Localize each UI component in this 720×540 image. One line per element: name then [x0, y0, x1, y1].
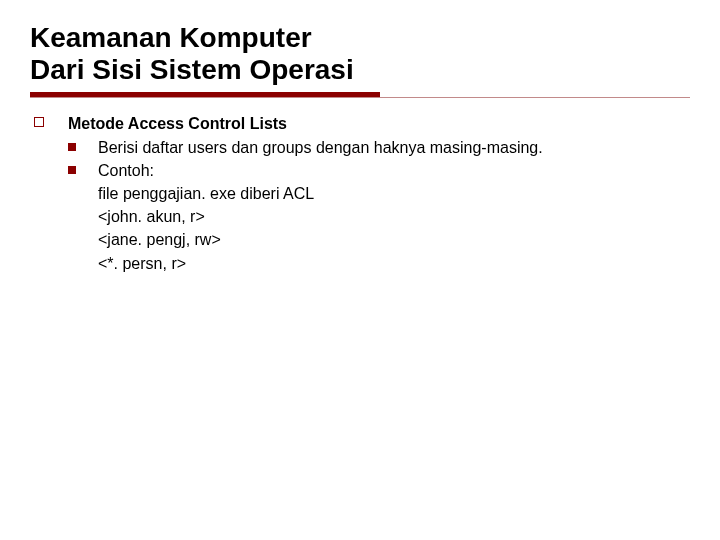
level1-children: Berisi daftar users dan groups dengan ha…	[34, 136, 690, 275]
solid-square-bullet-icon	[68, 143, 76, 151]
title-line-1: Keamanan Komputer	[30, 22, 312, 53]
continuation-line: <*. persn, r>	[98, 252, 690, 275]
slide: Keamanan Komputer Dari Sisi Sistem Opera…	[0, 0, 720, 540]
slide-title: Keamanan Komputer Dari Sisi Sistem Opera…	[30, 22, 690, 86]
level1-item: Metode Access Control Lists	[34, 112, 690, 135]
hollow-square-bullet-icon	[34, 117, 44, 127]
continuation-line: <jane. pengj, rw>	[98, 228, 690, 251]
continuation-line: <john. akun, r>	[98, 205, 690, 228]
level2-text: Berisi daftar users dan groups dengan ha…	[98, 136, 543, 159]
level2-item: Contoh:	[68, 159, 690, 182]
level2-continuation: file penggajian. exe diberi ACL <john. a…	[68, 182, 690, 275]
solid-square-bullet-icon	[68, 166, 76, 174]
continuation-line: file penggajian. exe diberi ACL	[98, 182, 690, 205]
slide-body: Metode Access Control Lists Berisi dafta…	[30, 112, 690, 274]
level2-text: Contoh:	[98, 159, 154, 182]
level1-heading: Metode Access Control Lists	[68, 112, 287, 135]
title-rule-light	[30, 97, 690, 98]
title-line-2: Dari Sisi Sistem Operasi	[30, 54, 354, 85]
title-rule	[30, 92, 690, 98]
level2-item: Berisi daftar users dan groups dengan ha…	[68, 136, 690, 159]
